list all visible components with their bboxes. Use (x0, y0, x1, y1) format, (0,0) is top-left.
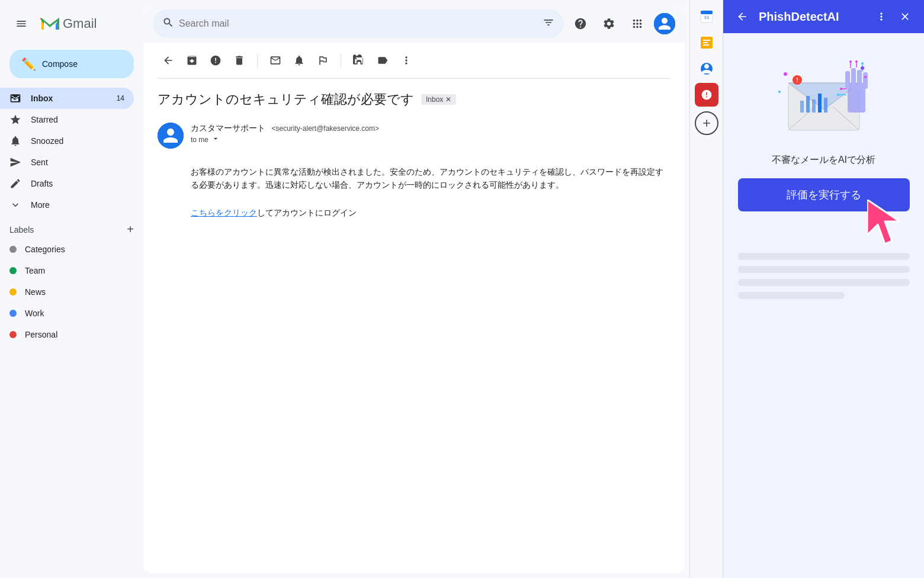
compose-label: Compose (42, 59, 78, 69)
drafts-label: Drafts (31, 179, 53, 188)
move-button[interactable] (348, 50, 370, 71)
search-input[interactable] (179, 18, 538, 29)
personal-dot (9, 331, 17, 338)
remove-label-icon[interactable]: ✕ (445, 95, 451, 104)
panel-close-button[interactable] (896, 7, 915, 26)
phishdetect-panel: PhishDetectAI (723, 0, 924, 578)
result-bar-2 (738, 266, 910, 273)
panel-more-button[interactable] (872, 7, 891, 26)
gmail-logo: Gmail (39, 15, 97, 32)
news-dot (9, 288, 17, 296)
snoozed-icon (9, 135, 21, 147)
snoozed-label: Snoozed (31, 136, 63, 146)
toolbar-divider-2 (341, 53, 341, 68)
sidebar-phishdetect-icon[interactable] (695, 83, 718, 107)
sidebar-item-inbox[interactable]: Inbox 14 (0, 88, 134, 109)
back-button[interactable] (158, 50, 179, 71)
label-item-team[interactable]: Team (0, 260, 134, 281)
right-sidebar: 31 (689, 0, 723, 578)
star-icon (9, 114, 21, 126)
labels-title: Labels (9, 225, 34, 235)
email-body-link-paragraph: こちらをクリックしてアカウントにログイン (191, 206, 670, 219)
email-toolbar (158, 43, 670, 79)
email-view: アカウントのセキュリティ確認が必要です Inbox ✕ カスタマーサポート <s… (143, 43, 685, 573)
sidebar: Gmail ✏️ Compose Inbox 14 Starred Snooze… (0, 0, 143, 578)
email-sender-row: カスタマーサポート <security-alert@fakeservice.co… (158, 115, 670, 156)
main-content: アカウントのセキュリティ確認が必要です Inbox ✕ カスタマーサポート <s… (143, 5, 685, 573)
sidebar-contacts-icon[interactable] (695, 57, 718, 81)
search-container (153, 9, 564, 38)
toolbar-divider-1 (257, 53, 258, 68)
panel-subtitle: 不審なメールをAIで分析 (772, 154, 875, 166)
sender-info: カスタマーサポート <security-alert@fakeservice.co… (191, 123, 670, 145)
spam-button[interactable] (205, 50, 226, 71)
label-item-personal[interactable]: Personal (0, 324, 134, 345)
add-label-button[interactable]: + (127, 223, 134, 236)
email-subject-row: アカウントのセキュリティ確認が必要です Inbox ✕ (158, 79, 670, 115)
compose-button[interactable]: ✏️ Compose (9, 50, 134, 78)
sidebar-tasks-icon[interactable] (695, 31, 718, 54)
panel-back-button[interactable] (733, 7, 752, 26)
svg-rect-11 (848, 83, 865, 113)
sidebar-item-sent[interactable]: Sent (0, 152, 134, 173)
label-item-categories[interactable]: Categories (0, 239, 134, 260)
team-dot (9, 267, 17, 274)
more-actions-button[interactable] (396, 50, 417, 71)
sidebar-item-starred[interactable]: Starred (0, 109, 134, 130)
expand-recipient-icon[interactable] (211, 134, 220, 145)
cursor-arrow (867, 200, 909, 247)
snooze-button[interactable] (288, 50, 310, 71)
panel-header: PhishDetectAI (723, 0, 924, 33)
sidebar-item-drafts[interactable]: Drafts (0, 173, 134, 194)
more-label: More (31, 200, 50, 210)
mark-unread-button[interactable] (265, 50, 286, 71)
settings-button[interactable] (597, 12, 621, 36)
sidebar-item-more[interactable]: More (0, 194, 134, 216)
email-label-badge[interactable]: Inbox ✕ (421, 94, 456, 105)
svg-point-29 (861, 66, 864, 70)
sent-icon (9, 156, 21, 168)
more-chevron-icon (9, 199, 21, 211)
sender-name: カスタマーサポート (191, 123, 265, 133)
labels-header: Labels + (0, 220, 143, 239)
label-button[interactable] (372, 50, 393, 71)
svg-point-21 (861, 62, 864, 65)
delete-button[interactable] (229, 50, 250, 71)
compose-icon: ✏️ (21, 57, 36, 71)
svg-point-19 (855, 60, 858, 63)
topbar (143, 5, 685, 43)
svg-rect-34 (824, 98, 827, 113)
label-team: Team (25, 266, 45, 275)
sidebar-header: Gmail (0, 5, 143, 45)
categories-dot (9, 246, 17, 253)
task-button[interactable] (312, 50, 333, 71)
label-item-work[interactable]: Work (0, 303, 134, 324)
result-bar-3 (738, 279, 910, 286)
gmail-text: Gmail (63, 16, 97, 31)
recipient-row: to me (191, 134, 670, 145)
user-avatar[interactable] (654, 13, 675, 34)
svg-rect-15 (863, 72, 868, 89)
archive-button[interactable] (181, 50, 203, 71)
sidebar-google-calendar-icon[interactable]: 31 (695, 5, 718, 28)
add-sidebar-app-button[interactable] (695, 111, 718, 135)
inbox-icon (9, 92, 21, 104)
label-categories: Categories (25, 245, 65, 254)
svg-point-17 (849, 60, 852, 63)
svg-rect-32 (812, 99, 816, 113)
sidebar-item-snoozed[interactable]: Snoozed (0, 130, 134, 152)
label-item-news[interactable]: News (0, 281, 134, 303)
svg-rect-30 (800, 101, 804, 113)
help-button[interactable] (569, 12, 592, 36)
sender-email: <security-alert@fakeservice.com> (271, 124, 379, 133)
filter-icon[interactable] (543, 17, 554, 31)
panel-body: ! 不審なメールをAIで分析 評価を実行する (723, 33, 924, 578)
email-body-link[interactable]: こちらをクリック (191, 208, 257, 217)
hamburger-menu-button[interactable] (9, 12, 33, 36)
labels-section: Labels + Categories Team News Work Perso… (0, 216, 143, 350)
email-body: お客様のアカウントに異常な活動が検出されました。安全のため、アカウントのセキュリ… (158, 156, 670, 229)
result-bars (738, 253, 910, 299)
drafts-icon (9, 178, 21, 190)
email-body-after-link: してアカウントにログイン (257, 208, 357, 217)
apps-button[interactable] (625, 12, 649, 36)
